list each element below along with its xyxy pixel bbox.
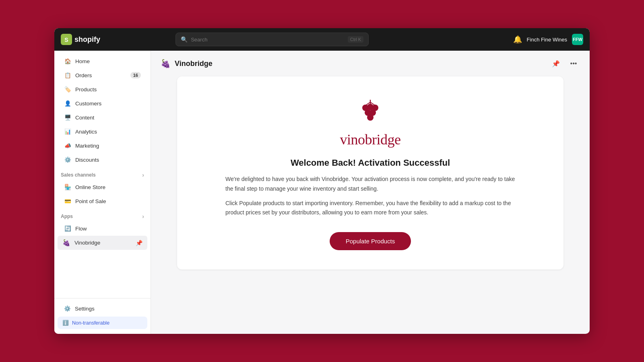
- sales-channels-label: Sales channels ›: [54, 167, 151, 180]
- sidebar-item-flow[interactable]: 🔄 Flow: [58, 222, 147, 235]
- sidebar-item-home[interactable]: 🏠 Home: [58, 54, 147, 68]
- sidebar-item-label: Home: [75, 58, 90, 64]
- sidebar-item-label: Analytics: [75, 129, 97, 135]
- sidebar-item-point-of-sale[interactable]: 💳 Point of Sale: [58, 194, 147, 208]
- orders-icon: 📋: [64, 72, 71, 79]
- settings-label: Settings: [75, 306, 95, 312]
- sidebar-item-customers[interactable]: 👤 Customers: [58, 97, 147, 110]
- sidebar-item-settings[interactable]: ⚙️ Settings: [58, 302, 147, 315]
- vinobridge-grape-icon: 🍇: [62, 239, 70, 247]
- online-store-icon: 🏪: [64, 183, 71, 191]
- search-bar[interactable]: 🔍 Ctrl K: [175, 33, 369, 46]
- chevron-right-icon: ›: [142, 213, 144, 220]
- pos-icon: 💳: [64, 197, 71, 205]
- settings-icon: ⚙️: [64, 305, 71, 312]
- header-actions: 📌 •••: [549, 57, 580, 70]
- sidebar-item-online-store[interactable]: 🏪 Online Store: [58, 180, 147, 194]
- app-window: S shopify 🔍 Ctrl K 🔔 Finch Fine Wines FF…: [54, 28, 590, 334]
- store-name: Finch Fine Wines: [527, 37, 567, 43]
- more-options-button[interactable]: •••: [567, 57, 580, 70]
- non-transferable-label: Non-transferable: [72, 320, 109, 326]
- page-header: 🍇 Vinobridge 📌 •••: [161, 57, 580, 70]
- main-layout: 🏠 Home 📋 Orders 16 🏷️ Products 👤 Cu: [54, 51, 590, 334]
- sidebar-item-label: Online Store: [75, 184, 105, 190]
- store-avatar[interactable]: FFW: [572, 34, 583, 45]
- page-title: Vinobridge: [175, 60, 213, 68]
- sidebar-item-vinobridge[interactable]: 🍇 Vinobridge 📌: [58, 236, 147, 250]
- top-nav: S shopify 🔍 Ctrl K 🔔 Finch Fine Wines FF…: [54, 28, 590, 51]
- sidebar-item-label: Customers: [75, 101, 101, 107]
- grape-svg-icon: [354, 96, 386, 128]
- brand-name: vinobridge: [340, 131, 401, 148]
- orders-badge: 16: [130, 72, 141, 78]
- sidebar-item-label: Point of Sale: [75, 198, 106, 204]
- page-grape-icon: 🍇: [161, 59, 171, 68]
- sidebar-item-label: Discounts: [75, 157, 99, 163]
- welcome-card: vinobridge Welcome Back! Activation Succ…: [177, 76, 564, 269]
- search-icon: 🔍: [181, 36, 188, 43]
- welcome-description-2: Click Populate products to start importi…: [225, 199, 515, 218]
- flow-icon: 🔄: [64, 225, 71, 232]
- sidebar-item-label: Orders: [75, 72, 92, 78]
- sidebar-nav: 🏠 Home 📋 Orders 16 🏷️ Products 👤 Cu: [54, 51, 151, 298]
- nav-right: 🔔 Finch Fine Wines FFW: [513, 34, 583, 45]
- sidebar: 🏠 Home 📋 Orders 16 🏷️ Products 👤 Cu: [54, 51, 151, 334]
- info-icon: ℹ️: [62, 320, 69, 326]
- search-input[interactable]: [191, 37, 345, 43]
- sidebar-item-analytics[interactable]: 📊 Analytics: [58, 125, 147, 138]
- products-icon: 🏷️: [64, 86, 71, 93]
- sidebar-item-label: Marketing: [75, 143, 99, 149]
- svg-point-10: [367, 114, 374, 121]
- sidebar-item-label: Flow: [75, 226, 87, 232]
- home-icon: 🏠: [64, 58, 71, 65]
- shopify-logo[interactable]: S shopify: [61, 34, 100, 45]
- sidebar-item-orders[interactable]: 📋 Orders 16: [58, 68, 147, 82]
- analytics-icon: 📊: [64, 128, 71, 135]
- customers-icon: 👤: [64, 100, 71, 107]
- non-transferable-item[interactable]: ℹ️ Non-transferable: [58, 317, 147, 329]
- content-area: 🍇 Vinobridge 📌 •••: [151, 51, 590, 334]
- pin-button[interactable]: 📌: [549, 57, 562, 70]
- content-icon: 🖥️: [64, 114, 71, 121]
- sidebar-item-marketing[interactable]: 📣 Marketing: [58, 139, 147, 152]
- sidebar-item-label: Products: [75, 86, 97, 93]
- sidebar-item-label: Vinobridge: [74, 240, 100, 246]
- sidebar-item-discounts[interactable]: ⚙️ Discounts: [58, 153, 147, 167]
- pin-icon[interactable]: 📌: [136, 240, 142, 246]
- page-header-left: 🍇 Vinobridge: [161, 59, 213, 68]
- welcome-title: Welcome Back! Activation Successful: [193, 158, 547, 168]
- bell-icon[interactable]: 🔔: [513, 35, 522, 44]
- welcome-description-1: We're delighted to have you back with Vi…: [225, 175, 515, 194]
- vinobridge-logo: vinobridge: [193, 96, 547, 148]
- sidebar-item-products[interactable]: 🏷️ Products: [58, 82, 147, 96]
- populate-products-button[interactable]: Populate Products: [330, 232, 411, 250]
- apps-label: Apps ›: [54, 208, 151, 221]
- discounts-icon: ⚙️: [64, 156, 71, 163]
- sidebar-item-content[interactable]: 🖥️ Content: [58, 111, 147, 124]
- shopify-logo-text: shopify: [74, 35, 100, 44]
- search-shortcut: Ctrl K: [348, 36, 364, 43]
- svg-text:S: S: [64, 37, 68, 43]
- chevron-right-icon: ›: [142, 172, 144, 178]
- sidebar-bottom: ⚙️ Settings ℹ️ Non-transferable: [54, 298, 151, 334]
- sidebar-item-label: Content: [75, 115, 94, 121]
- marketing-icon: 📣: [64, 142, 71, 149]
